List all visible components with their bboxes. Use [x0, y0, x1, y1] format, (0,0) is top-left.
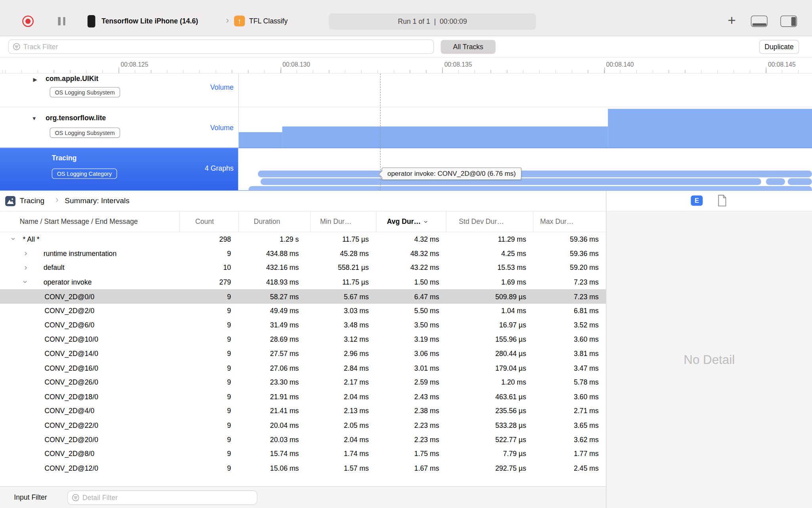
row-duration-cell: 15.06 ms: [239, 461, 311, 475]
row-min-cell: 2.96 ms: [311, 346, 377, 361]
track-name: com.apple.UIKit: [46, 75, 98, 83]
iphone-device-icon: [88, 15, 96, 27]
table-row[interactable]: ›default10432.16 ms558.21 µs43.22 ms15.5…: [0, 261, 606, 275]
ruler-tick: 00:08.130: [280, 67, 281, 73]
volume-area-segment: [608, 109, 812, 148]
row-std-cell: 463.61 µs: [446, 390, 533, 404]
row-name-cell: CONV_2D@4/0: [0, 404, 180, 418]
interval-capsule[interactable]: [788, 178, 812, 185]
track-header[interactable]: ▶ com.apple.UIKit OS Logging Subsystem V…: [0, 73, 238, 107]
all-tracks-button[interactable]: All Tracks: [441, 40, 496, 54]
table-row[interactable]: CONV_2D@10/0928.69 ms3.12 ms3.19 ms155.9…: [0, 332, 606, 346]
table-row[interactable]: ›* All *2981.29 s11.75 µs4.32 ms11.29 ms…: [0, 232, 606, 246]
row-duration-cell: 27.57 ms: [239, 346, 311, 361]
row-duration-cell: 21.91 ms: [239, 390, 311, 404]
table-row[interactable]: CONV_2D@26/0923.30 ms2.17 ms2.59 ms1.20 …: [0, 375, 606, 390]
disclosure-chevron-icon[interactable]: ›: [10, 237, 18, 240]
ruler-minor-ticks: [0, 70, 812, 73]
interval-capsule[interactable]: [258, 171, 812, 177]
duplicate-button[interactable]: Duplicate: [759, 40, 799, 54]
table-row[interactable]: CONV_2D@22/0920.04 ms2.05 ms2.23 ms533.2…: [0, 418, 606, 433]
breadcrumb-page[interactable]: Summary: Intervals: [65, 196, 129, 205]
row-max-cell: 5.78 ms: [533, 375, 606, 390]
row-name-cell: ›* All *: [0, 232, 180, 246]
disclosure-triangle-icon[interactable]: ▶: [33, 77, 37, 82]
table-row[interactable]: ›runtime instrumentation9434.88 ms45.28 …: [0, 246, 606, 261]
track-badge: OS Logging Subsystem: [50, 87, 120, 97]
track-filter-field[interactable]: [8, 39, 434, 54]
row-min-cell: 2.04 ms: [311, 433, 377, 447]
track-tracing-selected[interactable]: Tracing OS Logging Category 4 Graphs ope…: [0, 148, 812, 190]
row-count-cell: 9: [180, 461, 239, 475]
record-button[interactable]: [22, 15, 34, 27]
table-row[interactable]: ›operator invoke279418.93 ms11.75 µs1.50…: [0, 275, 606, 289]
row-name-cell: CONV_2D@18/0: [0, 390, 180, 404]
toggle-right-pane-button[interactable]: [780, 15, 797, 27]
disclosure-chevron-icon[interactable]: ›: [24, 249, 27, 257]
row-avg-cell: 4.32 ms: [377, 232, 446, 246]
track-org-tensorflow-lite[interactable]: ▼ org.tensorflow.lite OS Logging Subsyst…: [0, 107, 812, 148]
add-instrument-button[interactable]: +: [724, 12, 740, 28]
pause-button[interactable]: [58, 17, 65, 25]
toggle-bottom-pane-button[interactable]: [751, 15, 768, 27]
column-header-min-dur[interactable]: Min Dur…: [311, 212, 377, 232]
detail-filter-input[interactable]: [68, 491, 257, 504]
table-row[interactable]: CONV_2D@4/0921.41 ms2.13 ms2.38 ms235.56…: [0, 404, 606, 418]
table-row[interactable]: CONV_2D@16/0927.06 ms2.84 ms3.01 ms179.0…: [0, 361, 606, 375]
table-row[interactable]: CONV_2D@18/0921.91 ms2.04 ms2.43 ms463.6…: [0, 390, 606, 404]
table-row[interactable]: CONV_2D@12/0915.06 ms1.57 ms1.67 ms292.7…: [0, 461, 606, 475]
document-inspector-icon[interactable]: [717, 194, 728, 208]
table-row[interactable]: CONV_2D@8/0915.74 ms1.74 ms1.75 ms7.79 µ…: [0, 447, 606, 461]
disclosure-chevron-icon[interactable]: ›: [24, 263, 27, 271]
row-duration-cell: 1.29 s: [239, 232, 311, 246]
row-min-cell: 5.67 ms: [311, 289, 377, 304]
volume-area-segment: [282, 127, 608, 148]
row-count-cell: 9: [180, 433, 239, 447]
row-max-cell: 3.60 ms: [533, 332, 606, 346]
interval-capsule[interactable]: [249, 186, 812, 190]
column-header-std-dev-dur[interactable]: Std Dev Dur…: [446, 212, 533, 232]
row-avg-cell: 6.47 ms: [377, 289, 446, 304]
track-header[interactable]: Tracing OS Logging Category 4 Graphs: [0, 148, 238, 190]
row-name-cell: ›default: [0, 261, 180, 275]
column-header-avg-dur[interactable]: Avg Dur…›: [377, 212, 446, 232]
track-header[interactable]: ▼ org.tensorflow.lite OS Logging Subsyst…: [0, 107, 238, 148]
track-filter-input[interactable]: [9, 40, 433, 54]
row-min-cell: 3.12 ms: [311, 332, 377, 346]
timeline-ruler[interactable]: 00:08.12500:08.13000:08.13500:08.14000:0…: [0, 57, 812, 74]
row-std-cell: 292.75 µs: [446, 461, 533, 475]
row-duration-cell: 15.74 ms: [239, 447, 311, 461]
breadcrumb-instrument[interactable]: Tracing: [20, 196, 44, 205]
track-com-apple-uikit[interactable]: ▶ com.apple.UIKit OS Logging Subsystem V…: [0, 73, 812, 107]
run-status: Run 1 of 1 | 00:00:09: [329, 13, 536, 29]
instruments-window: Tensorflow Lite iPhone (14.6) › ↑ TFL Cl…: [0, 0, 812, 508]
table-row[interactable]: CONV_2D@14/0927.57 ms2.96 ms3.06 ms280.4…: [0, 346, 606, 361]
row-max-cell: 7.23 ms: [533, 275, 606, 289]
input-filter-label[interactable]: Input Filter: [14, 493, 47, 501]
track-lane[interactable]: [238, 73, 812, 107]
column-header-count[interactable]: Count: [180, 212, 239, 232]
row-duration-cell: 20.04 ms: [239, 418, 311, 433]
device-target-button[interactable]: Tensorflow Lite iPhone (14.6): [102, 17, 198, 25]
row-min-cell: 558.21 µs: [311, 261, 377, 275]
extended-detail-button[interactable]: E: [691, 195, 703, 206]
row-avg-cell: 3.19 ms: [377, 332, 446, 346]
column-header-duration[interactable]: Duration: [239, 212, 311, 232]
column-header-name[interactable]: Name / Start Message / End Message: [0, 212, 180, 232]
table-row[interactable]: CONV_2D@0/0958.27 ms5.67 ms6.47 ms509.89…: [0, 289, 606, 304]
table-row[interactable]: CONV_2D@2/0949.49 ms3.03 ms5.50 ms1.04 m…: [0, 304, 606, 318]
disclosure-triangle-icon[interactable]: ▼: [32, 115, 37, 121]
tracing-instrument-icon: [5, 196, 15, 206]
column-header-max-dur[interactable]: Max Dur…: [533, 212, 606, 232]
row-min-cell: 11.75 µs: [311, 232, 377, 246]
panel-divider[interactable]: [606, 191, 606, 508]
row-avg-cell: 3.50 ms: [377, 318, 446, 332]
volume-area-chart[interactable]: [238, 107, 812, 148]
disclosure-chevron-icon[interactable]: ›: [21, 280, 30, 283]
tracing-intervals-lane[interactable]: operator invoke: CONV_2D@0/0 (6.76 ms): [238, 148, 812, 190]
table-row[interactable]: CONV_2D@20/0920.03 ms2.04 ms2.23 ms522.7…: [0, 433, 606, 447]
detail-filter-field[interactable]: [67, 491, 257, 505]
table-row[interactable]: CONV_2D@6/0931.49 ms3.48 ms3.50 ms16.97 …: [0, 318, 606, 332]
interval-capsule[interactable]: [766, 178, 785, 185]
process-target-button[interactable]: TFL Classify: [249, 17, 287, 25]
